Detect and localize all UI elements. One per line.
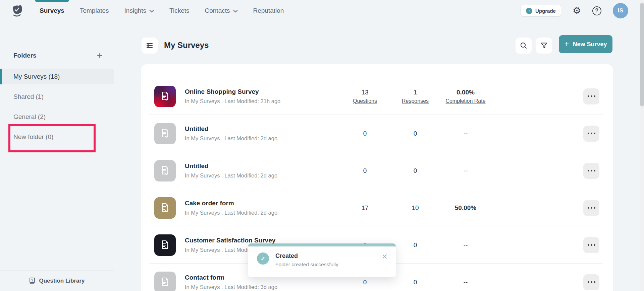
settings-gear-icon[interactable]: ⚙ <box>573 6 581 15</box>
questions-count: 13 <box>353 89 377 96</box>
folders-title: Folders <box>13 52 37 59</box>
app-logo-icon[interactable] <box>11 4 23 17</box>
completion-value: -- <box>464 279 468 286</box>
nav-surveys[interactable]: Surveys <box>40 0 64 21</box>
chevron-down-icon <box>149 10 154 13</box>
responses-count: 0 <box>414 241 417 249</box>
user-avatar[interactable]: IS <box>613 3 628 18</box>
search-icon <box>520 42 527 49</box>
document-check-icon <box>161 166 169 176</box>
completion-value: -- <box>464 167 468 174</box>
help-icon[interactable]: ? <box>592 6 601 15</box>
questions-count: 0 <box>363 130 367 137</box>
nav-label: Insights <box>124 7 146 14</box>
survey-title[interactable]: Customer Satisfaction Survey <box>185 237 277 244</box>
nav-label: Reputation <box>253 7 284 14</box>
svg-text:?: ? <box>32 279 34 282</box>
questions-label[interactable]: Questions <box>353 98 377 104</box>
survey-title[interactable]: Untitled <box>185 125 277 133</box>
collapse-sidebar-button[interactable] <box>142 38 158 54</box>
chevron-down-icon <box>233 10 238 13</box>
nav-insights[interactable]: Insights <box>124 0 154 21</box>
survey-row[interactable]: Untitled In My Surveys . Last Modified: … <box>141 152 613 189</box>
completion-value: 50.00% <box>455 204 476 212</box>
document-check-icon <box>161 129 169 139</box>
book-question-icon: ? <box>29 277 36 284</box>
responses-count: 1 <box>402 89 429 96</box>
add-folder-button[interactable]: + <box>97 51 102 60</box>
document-check-icon <box>161 91 169 101</box>
page-scrollbar[interactable] <box>640 0 644 291</box>
survey-title[interactable]: Online Shopping Survey <box>185 88 280 95</box>
survey-thumbnail <box>154 160 176 181</box>
success-check-icon: ✓ <box>257 252 269 265</box>
survey-thumbnail <box>154 123 176 144</box>
row-menu-button[interactable] <box>583 88 599 104</box>
questions-count: 0 <box>363 167 367 174</box>
filter-icon <box>540 42 548 49</box>
survey-subtitle: In My Surveys . Last Modified: 2d ago <box>185 135 277 142</box>
survey-title[interactable]: Untitled <box>185 162 277 170</box>
row-menu-button[interactable] <box>583 126 599 142</box>
nav-contacts[interactable]: Contacts <box>205 0 238 21</box>
question-library-button[interactable]: ? Question Library <box>0 270 114 291</box>
nav-label: Surveys <box>40 7 64 14</box>
primary-nav: Surveys Templates Insights Tickets Conta… <box>40 0 284 21</box>
document-check-icon <box>161 240 169 250</box>
survey-row[interactable]: Online Shopping Survey In My Surveys . L… <box>141 78 613 115</box>
nav-templates[interactable]: Templates <box>80 0 109 21</box>
scrollbar-thumb[interactable] <box>640 3 644 106</box>
survey-subtitle: In My Surveys . Last Modified: 2d ago <box>185 210 277 216</box>
folder-list: My Surveys (18) Shared (1) General (2) N… <box>0 69 114 149</box>
survey-row[interactable]: Untitled In My Surveys . Last Modified: … <box>141 115 613 152</box>
survey-row[interactable]: Cake order form In My Surveys . Last Mod… <box>141 189 613 226</box>
folder-item-general[interactable]: General (2) <box>0 109 114 125</box>
responses-count: 0 <box>414 130 417 137</box>
folders-sidebar: Folders + My Surveys (18) Shared (1) Gen… <box>0 21 114 291</box>
toast-title: Created <box>275 252 338 260</box>
responses-count: 10 <box>412 204 419 212</box>
questions-count: 0 <box>363 279 367 286</box>
nav-label: Tickets <box>169 7 189 14</box>
upgrade-button[interactable]: ↑ Upgrade <box>521 5 561 17</box>
page-title: My Surveys <box>164 41 209 50</box>
survey-thumbnail <box>154 234 176 256</box>
folders-header: Folders + <box>13 51 102 60</box>
upgrade-arrow-icon: ↑ <box>526 8 532 14</box>
completion-label[interactable]: Completion Rate <box>445 98 485 104</box>
completion-value: 0.00% <box>445 89 485 96</box>
survey-title[interactable]: Cake order form <box>185 200 277 207</box>
survey-subtitle: In My Surveys . Last Modified: 2d ago <box>185 172 277 179</box>
toast-notification: ✓ Created Folder created successfully ✕ <box>248 243 396 277</box>
document-check-icon <box>161 203 169 213</box>
new-survey-label: New Survey <box>573 41 607 48</box>
search-button[interactable] <box>516 38 532 54</box>
survey-subtitle: In My Surveys . Last Modified: 3d ago <box>185 284 277 290</box>
folder-item-shared[interactable]: Shared (1) <box>0 89 114 104</box>
responses-count: 0 <box>414 279 417 286</box>
filter-button[interactable] <box>536 38 552 54</box>
nav-label: Templates <box>80 7 109 14</box>
document-check-icon <box>161 277 169 287</box>
row-menu-button[interactable] <box>583 200 599 216</box>
completion-value: -- <box>464 130 468 137</box>
toolbar-divider <box>556 34 556 57</box>
questions-stat: 13 Questions <box>353 89 377 104</box>
responses-label[interactable]: Responses <box>402 98 429 104</box>
responses-count: 0 <box>414 167 417 174</box>
folder-item-my-surveys[interactable]: My Surveys (18) <box>0 69 114 84</box>
completion-value: -- <box>464 241 468 249</box>
nav-reputation[interactable]: Reputation <box>253 0 284 21</box>
survey-subtitle: In My Surveys . Last Modified: 21h ago <box>185 98 280 104</box>
topbar-actions: ↑ Upgrade ⚙ ? IS <box>521 3 628 18</box>
upgrade-label: Upgrade <box>535 8 556 14</box>
nav-tickets[interactable]: Tickets <box>169 0 189 21</box>
new-survey-button[interactable]: + New Survey <box>559 35 612 53</box>
top-navigation-bar: Surveys Templates Insights Tickets Conta… <box>0 0 644 21</box>
folder-item-new-folder[interactable]: New folder (0) <box>0 129 114 145</box>
row-menu-button[interactable] <box>583 274 599 290</box>
row-menu-button[interactable] <box>583 237 599 253</box>
responses-stat: 1 Responses <box>402 89 429 104</box>
row-menu-button[interactable] <box>583 163 599 179</box>
toast-close-icon[interactable]: ✕ <box>382 253 388 261</box>
